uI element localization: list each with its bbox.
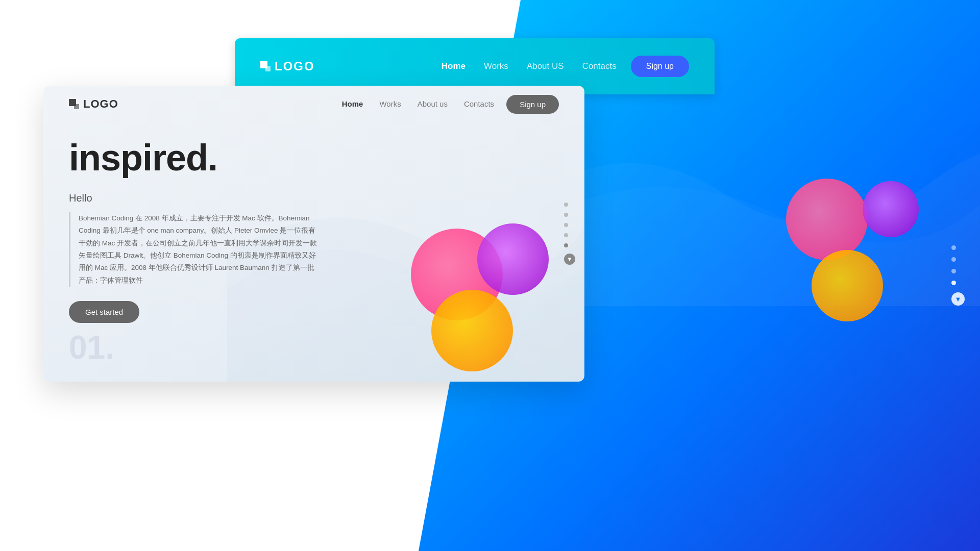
back-logo: LOGO xyxy=(260,59,315,73)
right-circle-pink xyxy=(786,179,868,260)
front-signup-button[interactable]: Sign up xyxy=(506,95,559,114)
right-dot-1[interactable] xyxy=(951,245,956,250)
right-dot-4[interactable] xyxy=(951,281,956,285)
front-nav-works-link[interactable]: Works xyxy=(379,99,401,108)
front-headline: inspired. xyxy=(69,138,559,178)
get-started-button[interactable]: Get started xyxy=(69,301,139,323)
front-nav-contacts[interactable]: Contacts xyxy=(464,99,494,109)
front-nav-about[interactable]: About us xyxy=(418,99,448,109)
right-circles-decoration xyxy=(786,179,929,321)
circles-decoration xyxy=(411,218,554,371)
back-nav-links: Home Works About US Contacts xyxy=(442,61,617,71)
right-circle-orange xyxy=(812,250,883,321)
circle-orange xyxy=(431,290,513,371)
front-hello: Hello xyxy=(69,192,559,204)
back-nav-contacts[interactable]: Contacts xyxy=(582,61,617,71)
right-dots-nav: ▼ xyxy=(951,245,965,306)
right-dot-2[interactable] xyxy=(951,257,956,262)
front-dot-arrow[interactable]: ▼ xyxy=(564,254,575,265)
front-dot-2[interactable] xyxy=(564,213,568,217)
back-nav-works[interactable]: Works xyxy=(484,61,508,71)
front-nav-works[interactable]: Works xyxy=(379,99,401,109)
right-dot-3[interactable] xyxy=(951,269,956,273)
front-dot-5[interactable] xyxy=(564,243,568,247)
back-nav-about[interactable]: About US xyxy=(527,61,564,71)
back-nav-works-link[interactable]: Works xyxy=(484,61,508,71)
back-logo-text: LOGO xyxy=(275,59,315,73)
back-nav-home[interactable]: Home xyxy=(442,61,465,71)
circle-purple xyxy=(477,223,549,295)
front-dot-1[interactable] xyxy=(564,203,568,207)
back-nav-about-link[interactable]: About US xyxy=(527,61,564,71)
front-dots-nav: ▼ xyxy=(564,203,575,265)
front-nav-about-link[interactable]: About us xyxy=(418,99,448,108)
front-dot-3[interactable] xyxy=(564,223,568,227)
front-nav-links: Home Works About us Contacts xyxy=(342,99,494,109)
right-dot-arrow[interactable]: ▼ xyxy=(951,292,965,306)
front-nav-home[interactable]: Home xyxy=(342,99,363,109)
back-nav-contacts-link[interactable]: Contacts xyxy=(582,61,617,71)
front-page-number: 01. xyxy=(69,329,114,366)
back-signup-button[interactable]: Sign up xyxy=(631,56,689,77)
front-card: LOGO Home Works About us Contacts Sign u… xyxy=(43,86,584,382)
front-logo-icon xyxy=(69,99,79,109)
front-logo-text: LOGO xyxy=(83,97,118,111)
front-body-text: Bohemian Coding 在 2008 年成立，主要专注于开发 Mac 软… xyxy=(69,212,319,287)
front-nav-contacts-link[interactable]: Contacts xyxy=(464,99,494,108)
front-navbar: LOGO Home Works About us Contacts Sign u… xyxy=(43,86,584,122)
back-nav-home-link[interactable]: Home xyxy=(442,61,465,71)
front-dot-4[interactable] xyxy=(564,233,568,237)
back-logo-icon xyxy=(260,61,271,71)
right-circle-purple xyxy=(863,181,919,237)
front-nav-home-link[interactable]: Home xyxy=(342,99,363,108)
front-logo: LOGO xyxy=(69,97,118,111)
